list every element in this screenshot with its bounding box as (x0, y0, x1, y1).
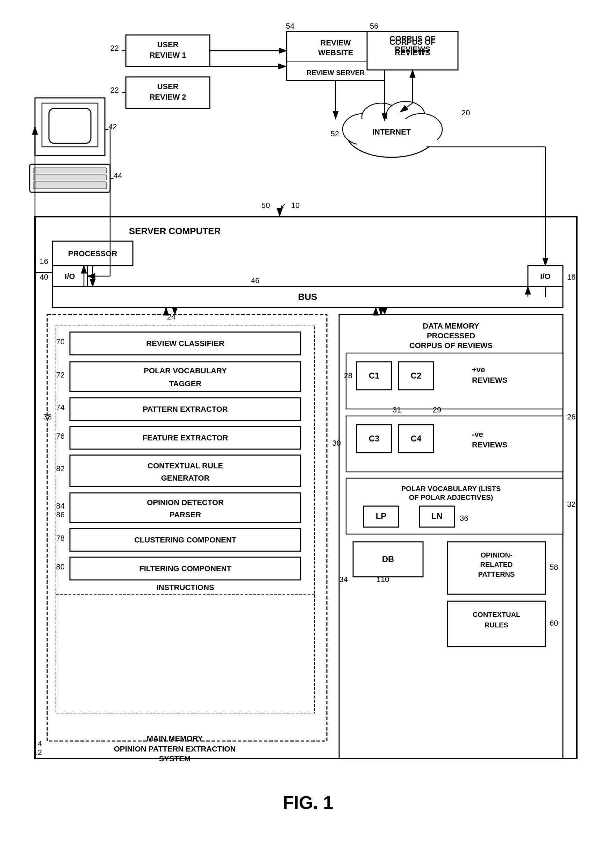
svg-text:C2: C2 (411, 371, 422, 380)
svg-text:BUS: BUS (298, 292, 317, 302)
svg-text:76: 76 (56, 432, 65, 440)
svg-text:42: 42 (109, 122, 117, 131)
svg-text:CORPUS OF REVIEWS: CORPUS OF REVIEWS (409, 341, 493, 350)
svg-text:PATTERNS: PATTERNS (478, 570, 515, 578)
svg-text:REVIEW SERVER: REVIEW SERVER (307, 69, 365, 76)
svg-text:LP: LP (376, 511, 387, 521)
svg-text:RULES: RULES (484, 621, 508, 629)
svg-text:44: 44 (114, 171, 122, 180)
svg-rect-42 (33, 182, 107, 189)
svg-text:78: 78 (56, 534, 65, 542)
svg-rect-40 (33, 168, 107, 173)
svg-text:CORPUS OF: CORPUS OF (390, 34, 436, 43)
svg-text:OF POLAR ADJECTIVES): OF POLAR ADJECTIVES) (409, 494, 493, 501)
svg-text:22: 22 (110, 44, 119, 53)
svg-text:INSTRUCTIONS: INSTRUCTIONS (157, 583, 214, 592)
svg-text:26: 26 (567, 412, 575, 421)
svg-text:USER: USER (157, 82, 178, 91)
svg-text:20: 20 (462, 108, 470, 117)
svg-text:CONTEXTUAL RULE: CONTEXTUAL RULE (148, 462, 223, 470)
svg-text:50: 50 (261, 201, 270, 210)
svg-text:38: 38 (43, 412, 52, 421)
svg-text:FILTERING COMPONENT: FILTERING COMPONENT (139, 564, 232, 573)
svg-text:PARSER: PARSER (170, 510, 201, 519)
svg-text:PATTERN EXTRACTOR: PATTERN EXTRACTOR (143, 405, 227, 413)
svg-text:↙: ↙ (280, 201, 286, 210)
svg-text:PROCESSED: PROCESSED (427, 331, 475, 340)
svg-text:84: 84 (56, 502, 65, 510)
svg-text:REVIEW 1: REVIEW 1 (149, 51, 186, 59)
svg-text:32: 32 (567, 500, 575, 508)
svg-text:OPINION-: OPINION- (480, 551, 512, 559)
svg-text:INTERNET: INTERNET (373, 127, 411, 136)
svg-text:REVIEW: REVIEW (321, 38, 351, 47)
svg-text:RELATED: RELATED (480, 561, 513, 568)
svg-text:DATA MEMORY: DATA MEMORY (423, 322, 479, 330)
svg-text:REVIEWS: REVIEWS (472, 440, 507, 449)
svg-text:60: 60 (550, 619, 558, 627)
svg-text:REVIEW CLASSIFIER: REVIEW CLASSIFIER (146, 339, 224, 348)
svg-text:36: 36 (460, 514, 468, 523)
svg-text:CONTEXTUAL: CONTEXTUAL (473, 611, 521, 618)
svg-text:74: 74 (56, 403, 65, 412)
svg-text:18: 18 (567, 273, 575, 281)
svg-text:POLAR VOCABULARY (LISTS: POLAR VOCABULARY (LISTS (401, 485, 501, 492)
svg-text:14: 14 (34, 739, 42, 748)
svg-rect-36 (49, 108, 91, 143)
svg-text:TAGGER: TAGGER (169, 379, 202, 388)
svg-text:REVIEWS: REVIEWS (472, 376, 507, 384)
svg-text:C1: C1 (369, 371, 380, 380)
svg-text:70: 70 (56, 337, 65, 346)
fig-label: FIG. 1 (283, 792, 333, 813)
svg-text:110: 110 (377, 575, 389, 584)
svg-text:58: 58 (550, 563, 558, 571)
svg-text:29: 29 (433, 406, 441, 414)
svg-text:C4: C4 (411, 434, 422, 443)
svg-text:-ve: -ve (472, 430, 483, 439)
svg-text:34: 34 (339, 575, 348, 584)
diagram-container: USER REVIEW 1 22 USER REVIEW 2 22 REVIEW… (0, 0, 616, 841)
svg-text:C3: C3 (369, 434, 380, 443)
svg-text:USER: USER (157, 40, 178, 49)
svg-text:+ve: +ve (472, 365, 485, 374)
svg-text:POLAR VOCABULARY: POLAR VOCABULARY (144, 366, 227, 375)
svg-text:28: 28 (344, 371, 352, 380)
svg-text:54: 54 (286, 22, 294, 31)
svg-text:CLUSTERING COMPONENT: CLUSTERING COMPONENT (134, 535, 237, 544)
svg-text:72: 72 (56, 371, 65, 379)
svg-text:31: 31 (393, 406, 401, 414)
svg-text:40: 40 (40, 273, 48, 281)
svg-text:24: 24 (167, 312, 176, 321)
svg-text:10: 10 (291, 201, 299, 210)
svg-rect-41 (33, 175, 107, 180)
svg-text:86: 86 (56, 510, 65, 519)
svg-text:FEATURE EXTRACTOR: FEATURE EXTRACTOR (143, 434, 228, 442)
svg-text:46: 46 (251, 276, 260, 285)
svg-text:MAIN MEMORY: MAIN MEMORY (147, 734, 203, 743)
svg-text:SERVER COMPUTER: SERVER COMPUTER (129, 226, 221, 236)
svg-text:56: 56 (370, 22, 378, 31)
svg-text:16: 16 (40, 257, 48, 266)
svg-text:SYSTEM: SYSTEM (159, 754, 191, 763)
svg-text:80: 80 (56, 563, 65, 571)
svg-text:12: 12 (34, 748, 42, 757)
svg-text:DB: DB (382, 554, 395, 564)
svg-text:REVIEW 2: REVIEW 2 (149, 92, 186, 101)
svg-text:WEBSITE: WEBSITE (318, 48, 353, 57)
svg-text:I/O: I/O (540, 272, 550, 281)
svg-text:GENERATOR: GENERATOR (161, 474, 210, 482)
svg-text:LN: LN (431, 511, 443, 521)
svg-text:30: 30 (333, 439, 341, 447)
svg-text:REVIEWS: REVIEWS (395, 45, 430, 53)
svg-text:I/O: I/O (65, 272, 75, 281)
svg-text:52: 52 (331, 129, 339, 138)
svg-text:OPINION PATTERN EXTRACTION: OPINION PATTERN EXTRACTION (114, 744, 236, 753)
svg-text:22: 22 (110, 86, 119, 94)
svg-text:OPINION DETECTOR: OPINION DETECTOR (147, 498, 224, 507)
svg-text:82: 82 (56, 464, 65, 473)
